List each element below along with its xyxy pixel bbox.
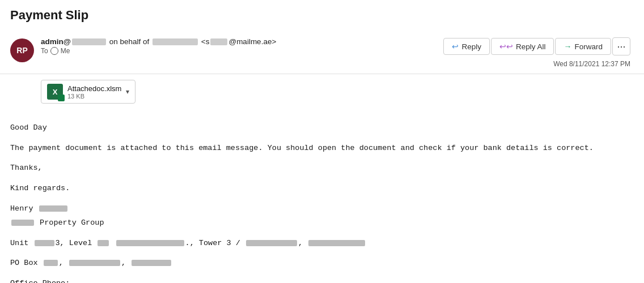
redacted-city: [308, 240, 365, 246]
spacer3: [10, 175, 634, 181]
attachment-name: Attachedoc.xlsm: [67, 84, 121, 93]
po-label: PO Box: [10, 259, 38, 267]
email-body: Good Day The payment document is attache…: [0, 110, 644, 283]
po-comma2: ,: [121, 259, 126, 267]
unit-suffix: 3, Level: [56, 239, 92, 247]
sender-name: admin@: [41, 37, 71, 46]
redacted-email: [210, 38, 227, 45]
email-suffix: @mailme.ae>: [228, 37, 276, 46]
redacted-sig-last: [39, 205, 67, 212]
sig-company-suffix: Property Group: [40, 218, 104, 227]
body-regards: Kind regards.: [10, 181, 634, 196]
reply-label: Reply: [461, 42, 481, 51]
spacer4: [10, 196, 634, 201]
to-line: To Me: [41, 47, 276, 55]
redacted-po-city: [132, 260, 171, 266]
body-sig-company: Property Group: [10, 216, 634, 230]
redacted-street: [116, 240, 184, 246]
spacer6: [10, 250, 634, 256]
body-unit: Unit 3, Level ., Tower 3 / ,: [10, 236, 634, 251]
redacted-unit-num: [35, 240, 54, 246]
more-label: ···: [617, 41, 625, 53]
forward-button[interactable]: → Forward: [555, 38, 611, 55]
redacted-level: [98, 240, 109, 246]
attachment-size: 13 KB: [67, 93, 121, 100]
more-options-button[interactable]: ···: [612, 37, 630, 55]
comma1: ,: [298, 239, 303, 247]
sender-section: RP admin@ on behalf of <s@mailme.ae> To …: [10, 37, 443, 62]
excel-icon: X: [47, 84, 63, 100]
forward-label: Forward: [574, 42, 603, 51]
redacted-behalf: [152, 38, 198, 45]
spacer2: [10, 155, 634, 161]
reply-icon: ↩: [452, 42, 459, 51]
body-greeting: Good Day: [10, 121, 634, 135]
email-prefix: <s: [201, 37, 210, 46]
sender-info: admin@ on behalf of <s@mailme.ae> To Me: [41, 37, 276, 55]
redacted-po-street: [69, 260, 120, 266]
avatar: RP: [10, 38, 34, 62]
po-comma: ,: [59, 259, 63, 267]
to-label: To: [41, 47, 48, 55]
spacer5: [10, 230, 634, 236]
timestamp: Wed 8/11/2021 12:37 PM: [553, 60, 630, 68]
body-po: PO Box , ,: [10, 256, 634, 271]
sender-name-line: admin@ on behalf of <s@mailme.ae>: [41, 37, 276, 46]
circle-icon: [50, 47, 58, 55]
email-subject: Payment Slip: [0, 0, 644, 27]
body-sig-name: Henry: [10, 201, 634, 216]
behalf-text: on behalf of: [109, 37, 150, 46]
tower-text: ., Tower 3 /: [185, 239, 240, 247]
reply-all-button[interactable]: ↩↩ Reply All: [491, 38, 554, 55]
sig-first: Henry: [10, 204, 33, 213]
email-header: RP admin@ on behalf of <s@mailme.ae> To …: [0, 27, 644, 74]
reply-button[interactable]: ↩ Reply: [443, 38, 490, 55]
attachment-section: X Attachedoc.xlsm 13 KB ▾: [0, 74, 644, 110]
spacer1: [10, 135, 634, 141]
redacted-po-num: [44, 260, 58, 266]
redacted-tower-addr: [246, 240, 297, 246]
header-right: ↩ Reply ↩↩ Reply All → Forward ··· Wed 8…: [443, 37, 630, 68]
unit-prefix: Unit: [10, 239, 28, 247]
redacted-company: [11, 220, 34, 226]
redacted-domain: [72, 38, 106, 45]
attachment-pill[interactable]: X Attachedoc.xlsm 13 KB ▾: [41, 80, 135, 104]
spacer7: [10, 271, 634, 276]
reply-all-icon: ↩↩: [499, 42, 513, 51]
me-label: Me: [61, 47, 70, 55]
email-container: Payment Slip RP admin@ on behalf of <s@m…: [0, 0, 644, 283]
action-buttons: ↩ Reply ↩↩ Reply All → Forward ···: [443, 37, 630, 55]
body-office-phone-label: Office Phone:: [10, 276, 634, 283]
reply-all-label: Reply All: [516, 42, 546, 51]
body-line1: The payment document is attached to this…: [10, 141, 634, 156]
forward-icon: →: [564, 42, 571, 51]
chevron-down-icon: ▾: [126, 88, 129, 96]
attachment-info: Attachedoc.xlsm 13 KB: [67, 84, 121, 100]
body-thanks: Thanks,: [10, 161, 634, 175]
